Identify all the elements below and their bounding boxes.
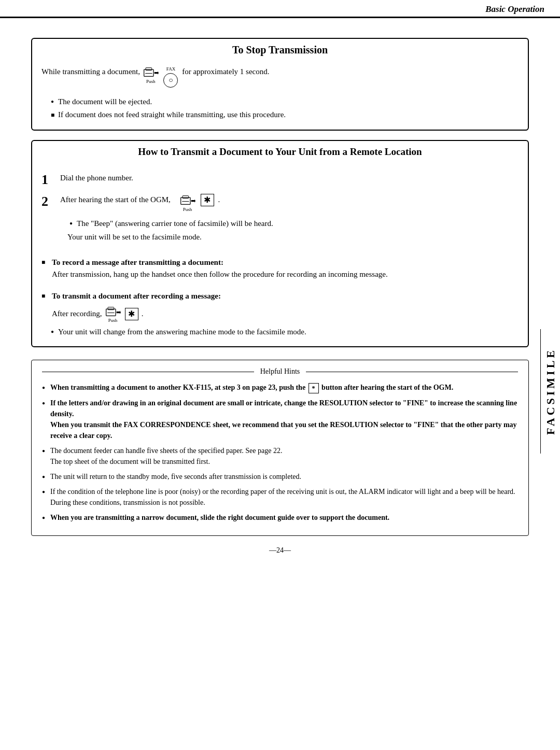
page-header: Basic Operation bbox=[0, 0, 560, 18]
hint-3-text: The document feeder can handle five shee… bbox=[50, 445, 518, 467]
fax-icon-svg bbox=[143, 66, 159, 78]
after-rec-star-icon: ✱ bbox=[125, 308, 138, 320]
step2-sub1: ● The "Beep" (answering carrier tone of … bbox=[69, 218, 519, 230]
hints-line-right bbox=[306, 372, 518, 372]
sidebar-facsimile-text: FACSIMILE bbox=[544, 348, 557, 435]
stop-bullet-1: ● The document will be ejected. bbox=[51, 96, 519, 108]
hint-4-text: The unit will return to the standby mode… bbox=[50, 471, 518, 482]
step2-fax-push-icon: Push bbox=[180, 194, 195, 214]
main-content: To Stop Transmission While transmitting … bbox=[0, 18, 560, 565]
fax-button-icon: FAX ○ bbox=[162, 66, 179, 88]
step2-fax-svg bbox=[180, 194, 195, 206]
svg-rect-9 bbox=[108, 307, 114, 309]
stop-transmission-section: To Stop Transmission While transmitting … bbox=[31, 38, 529, 131]
hint-1: ● When transmitting a document to anothe… bbox=[42, 382, 518, 393]
hint1-star-box: * bbox=[309, 383, 319, 393]
stop-bullet-1-text: The document will be ejected. bbox=[58, 96, 152, 108]
after-recording-text: After recording, bbox=[52, 309, 102, 318]
hint-2: ● If the letters and/or drawing in an or… bbox=[42, 398, 518, 441]
step2-sub2-text: Your unit will be set to the facsimile m… bbox=[67, 233, 202, 241]
after-rec-fax-svg bbox=[105, 305, 121, 318]
step-1-row: 1 Dial the phone number. bbox=[41, 172, 519, 187]
remote-transmit-section: How to Transmit a Document to Your Unit … bbox=[31, 140, 529, 348]
remote-transmit-title: How to Transmit a Document to Your Unit … bbox=[41, 146, 519, 158]
hints-line-left bbox=[42, 372, 254, 372]
sidebar-facsimile: FACSIMILE bbox=[540, 329, 560, 454]
after-rec-push-label: Push bbox=[108, 318, 118, 323]
page-number: —24— bbox=[31, 546, 529, 555]
step2-push-label: Push bbox=[183, 206, 192, 214]
note-2: ■ To transmit a document after recording… bbox=[41, 290, 519, 302]
instruction-text: While transmitting a document, bbox=[41, 66, 140, 78]
helpful-hints-section: Helpful Hints ● When transmitting a docu… bbox=[31, 360, 529, 536]
step-2-content: After hearing the start of the OGM, Push bbox=[60, 194, 519, 243]
after-rec-fax-icon: Push bbox=[105, 305, 121, 323]
hints-title: Helpful Hints bbox=[254, 367, 306, 376]
svg-marker-11 bbox=[116, 310, 120, 314]
hints-title-row: Helpful Hints bbox=[42, 367, 518, 376]
step-2-text: After hearing the start of the OGM, bbox=[60, 194, 171, 206]
hint-5: ● If the condition of the telephone line… bbox=[42, 486, 518, 508]
stop-bullet-2: ■ If document does not feed straight whi… bbox=[51, 109, 519, 121]
step-1-text: Dial the phone number. bbox=[60, 172, 519, 184]
hint-3: ● The document feeder can handle five sh… bbox=[42, 445, 518, 467]
header-title: Basic Operation bbox=[485, 4, 544, 15]
step2-sub1-text: The "Beep" (answering carrier tone of fa… bbox=[77, 218, 273, 230]
note2-sub-text: Your unit will change from the answering… bbox=[58, 326, 306, 338]
bullet-dot-1: ● bbox=[51, 97, 58, 105]
after-recording-row: After recording, Push ✱ . bbox=[52, 305, 519, 323]
hint-4: ● The unit will return to the standby mo… bbox=[42, 471, 518, 482]
svg-marker-3 bbox=[154, 71, 158, 75]
note-1-text: To record a message after transmitting a… bbox=[52, 257, 519, 280]
hint-1-text: When transmitting a document to another … bbox=[50, 382, 518, 393]
hint-6-text: When you are transmitting a narrow docum… bbox=[50, 512, 518, 523]
step-1-number: 1 bbox=[41, 173, 60, 187]
stop-transmission-title: To Stop Transmission bbox=[41, 44, 519, 56]
svg-rect-1 bbox=[146, 68, 152, 70]
push-label: Push bbox=[146, 78, 156, 86]
svg-marker-7 bbox=[191, 199, 195, 203]
fax-label: FAX bbox=[166, 66, 175, 73]
step-2-instruction-row: After hearing the start of the OGM, Push bbox=[60, 194, 519, 214]
bullet-square-2: ■ bbox=[51, 110, 58, 120]
hint-5-text: If the condition of the telephone line i… bbox=[50, 486, 518, 508]
stop-bullet-2-text: If document does not feed straight while… bbox=[58, 109, 286, 121]
hint-6: ● When you are transmitting a narrow doc… bbox=[42, 512, 518, 523]
note2-sub: ● Your unit will change from the answeri… bbox=[51, 326, 519, 338]
hint-2-text: If the letters and/or drawing in an orig… bbox=[50, 398, 518, 441]
fax-push-icon: Push bbox=[143, 66, 159, 86]
step-2-row: 2 After hearing the start of the OGM, Pu… bbox=[41, 194, 519, 243]
fax-circle-button: ○ bbox=[163, 73, 178, 88]
step-2-number: 2 bbox=[41, 195, 60, 208]
svg-rect-5 bbox=[183, 195, 189, 198]
note-1: ■ To record a message after transmitting… bbox=[41, 257, 519, 280]
star-button-icon: ✱ bbox=[201, 194, 214, 206]
instruction-end-text: for approximately 1 second. bbox=[182, 66, 269, 78]
step2-sub2: Your unit will be set to the facsimile m… bbox=[67, 231, 519, 243]
stop-transmission-instruction: While transmitting a document, Push FAX … bbox=[41, 66, 519, 88]
